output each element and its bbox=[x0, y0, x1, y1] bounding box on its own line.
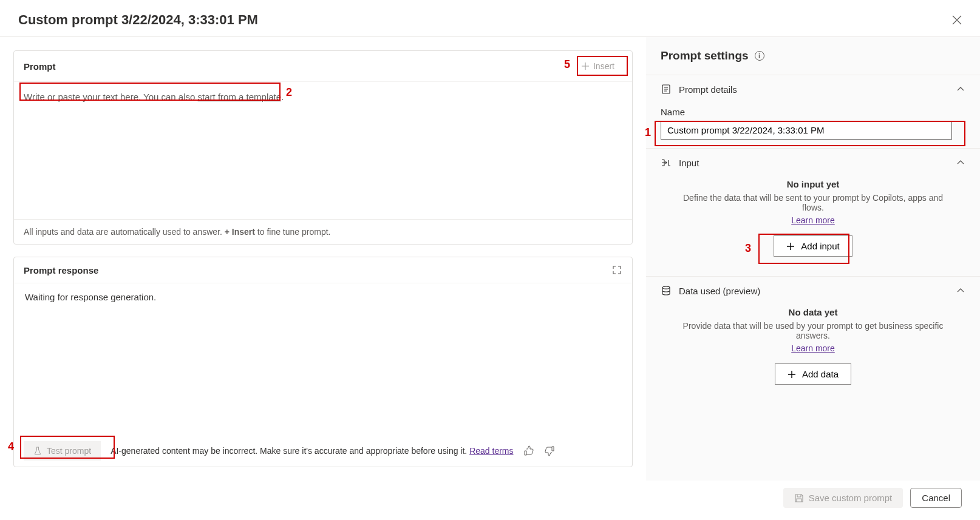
section-data-header[interactable]: Data used (preview) bbox=[661, 285, 965, 296]
insert-button-label: Insert bbox=[593, 61, 614, 71]
add-data-label: Add data bbox=[802, 369, 839, 379]
save-button-label: Save custom prompt bbox=[809, 493, 893, 503]
section-input-header[interactable]: Input bbox=[661, 157, 965, 168]
prompt-title: Prompt bbox=[24, 61, 573, 72]
insert-button[interactable]: Insert bbox=[573, 58, 622, 74]
details-icon bbox=[661, 84, 672, 95]
add-input-label: Add input bbox=[801, 241, 839, 251]
input-learn-more-link[interactable]: Learn more bbox=[791, 215, 835, 225]
response-footer: Test prompt AI-generated content may be … bbox=[14, 435, 632, 467]
save-icon bbox=[794, 493, 804, 503]
disclaimer: AI-generated content may be incorrect. M… bbox=[111, 446, 513, 456]
settings-pane: Prompt settings i Prompt details Name 1 … bbox=[646, 37, 980, 481]
dialog-header: Custom prompt 3/22/2024, 3:33:01 PM bbox=[0, 0, 980, 37]
read-terms-link[interactable]: Read terms bbox=[469, 446, 513, 456]
dialog-title: Custom prompt 3/22/2024, 3:33:01 PM bbox=[18, 12, 952, 28]
prompt-header: Prompt Insert bbox=[14, 51, 632, 82]
response-body: Waiting for response generation. bbox=[14, 283, 632, 435]
settings-title: Prompt settings bbox=[661, 49, 749, 62]
input-empty-desc: Define the data that will be sent to you… bbox=[678, 193, 948, 212]
name-label: Name bbox=[661, 107, 965, 117]
prompt-textarea[interactable]: Write or paste your text here. You can a… bbox=[14, 82, 632, 219]
section-input-title: Input bbox=[679, 158, 948, 168]
add-data-button[interactable]: Add data bbox=[775, 363, 851, 385]
test-prompt-label: Test prompt bbox=[47, 446, 91, 456]
svg-point-1 bbox=[662, 286, 670, 289]
dialog-footer: Save custom prompt Cancel bbox=[0, 481, 980, 520]
response-header: Prompt response bbox=[14, 257, 632, 283]
left-pane: Prompt Insert Write or paste your text h… bbox=[0, 37, 646, 481]
chevron-up-icon bbox=[956, 84, 965, 94]
response-title: Prompt response bbox=[24, 265, 611, 275]
data-empty-title: No data yet bbox=[678, 307, 948, 317]
section-details-title: Prompt details bbox=[679, 84, 948, 95]
info-icon[interactable]: i bbox=[755, 51, 764, 61]
thumbs-up-icon[interactable] bbox=[523, 445, 534, 456]
section-details-header[interactable]: Prompt details bbox=[661, 84, 965, 95]
data-learn-more-link[interactable]: Learn more bbox=[791, 343, 835, 353]
dialog: Custom prompt 3/22/2024, 3:33:01 PM Prom… bbox=[0, 0, 980, 520]
plus-icon bbox=[581, 62, 590, 70]
prompt-card: Prompt Insert Write or paste your text h… bbox=[13, 50, 633, 245]
data-empty-desc: Provide data that will be used by your p… bbox=[678, 321, 948, 340]
expand-icon[interactable] bbox=[611, 265, 622, 275]
prompt-help: All inputs and data are automatically us… bbox=[14, 219, 632, 244]
response-card: Prompt response Waiting for response gen… bbox=[13, 257, 633, 467]
dialog-body: Prompt Insert Write or paste your text h… bbox=[0, 37, 980, 481]
section-data-title: Data used (preview) bbox=[679, 286, 948, 296]
settings-title-row: Prompt settings i bbox=[646, 49, 980, 65]
add-input-button[interactable]: Add input bbox=[774, 235, 852, 257]
input-empty-title: No input yet bbox=[678, 179, 948, 189]
database-icon bbox=[661, 285, 672, 296]
test-prompt-button[interactable]: Test prompt bbox=[24, 441, 101, 461]
input-empty: No input yet Define the data that will b… bbox=[661, 168, 965, 268]
section-data: Data used (preview) No data yet Provide … bbox=[646, 276, 980, 404]
save-button[interactable]: Save custom prompt bbox=[783, 488, 903, 508]
cancel-button[interactable]: Cancel bbox=[910, 488, 962, 508]
beaker-icon bbox=[33, 447, 42, 455]
name-input[interactable] bbox=[661, 121, 952, 140]
data-empty: No data yet Provide data that will be us… bbox=[661, 296, 965, 396]
prompt-placeholder: Write or paste your text here. You can a… bbox=[24, 92, 284, 102]
template-link[interactable]: start from a template bbox=[198, 92, 282, 102]
thumbs-down-icon[interactable] bbox=[544, 445, 555, 456]
plus-icon bbox=[786, 242, 795, 251]
callout-num-1: 1 bbox=[645, 126, 651, 139]
section-details: Prompt details Name 1 bbox=[646, 75, 980, 148]
plus-icon bbox=[788, 370, 796, 379]
chevron-up-icon bbox=[956, 158, 965, 167]
close-icon[interactable] bbox=[952, 15, 962, 25]
callout-num-4: 4 bbox=[8, 441, 14, 453]
chevron-up-icon bbox=[956, 286, 965, 295]
section-input: Input No input yet Define the data that … bbox=[646, 148, 980, 276]
input-icon bbox=[661, 157, 672, 168]
